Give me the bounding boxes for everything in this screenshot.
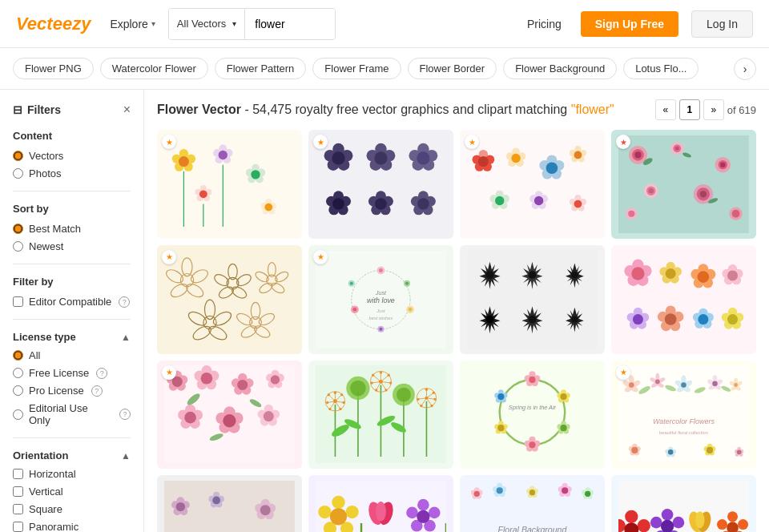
- signup-button[interactable]: Sign Up Free: [581, 11, 678, 37]
- svg-point-305: [340, 393, 343, 396]
- main-layout: ⊟ Filters × Content Vectors Photos Sort …: [0, 90, 769, 532]
- best-match-radio[interactable]: Best Match: [13, 223, 131, 235]
- grid-item[interactable]: [460, 245, 605, 354]
- editor-compatible-checkbox[interactable]: Editor Compatible ?: [13, 296, 131, 308]
- svg-point-443: [707, 447, 713, 453]
- grid-item[interactable]: Floral Background: [460, 475, 605, 532]
- explore-button[interactable]: Explore ▾: [110, 18, 155, 30]
- panoramic-checkbox[interactable]: Panoramic: [13, 521, 131, 532]
- svg-point-357: [529, 377, 535, 383]
- tag-pill[interactable]: Watercolor Flower: [100, 58, 208, 79]
- grid-item[interactable]: Just with love Just best wishes ★: [308, 245, 453, 354]
- svg-point-98: [495, 196, 504, 205]
- chevron-down-icon: ▾: [232, 19, 236, 28]
- photos-radio[interactable]: Photos: [13, 167, 131, 179]
- tag-pill[interactable]: Flower Border: [408, 58, 497, 79]
- tag-pill[interactable]: Flower PNG: [13, 58, 94, 79]
- help-icon[interactable]: ?: [96, 368, 107, 379]
- logo[interactable]: Vecteezy: [16, 14, 91, 34]
- svg-point-333: [372, 374, 374, 377]
- grid-item[interactable]: ★: [460, 130, 605, 239]
- grid-item[interactable]: Watercolor Flowers beautiful floral coll…: [611, 361, 756, 470]
- filter-by-title: Filter by: [13, 276, 131, 288]
- svg-point-317: [350, 381, 366, 397]
- tag-pill[interactable]: Flower Pattern: [215, 58, 307, 79]
- svg-point-582: [717, 519, 727, 530]
- grid-item[interactable]: ★: [157, 130, 302, 239]
- tag-pill[interactable]: Flower Background: [503, 58, 617, 79]
- svg-point-117: [675, 147, 679, 151]
- svg-point-484: [332, 496, 344, 509]
- vectors-radio[interactable]: Vectors: [13, 150, 131, 162]
- grid-item[interactable]: FLOWER BACKGROUND: [157, 475, 302, 532]
- grid-item[interactable]: [308, 475, 453, 532]
- grid-item[interactable]: [611, 245, 756, 354]
- svg-text:Spring is in the Air: Spring is in the Air: [509, 405, 557, 412]
- grid-item[interactable]: Spring is in the Air: [460, 361, 605, 470]
- next-page-button[interactable]: »: [703, 99, 724, 120]
- prev-page-button[interactable]: «: [655, 99, 676, 120]
- sort-section-title: Sort by: [13, 203, 131, 215]
- svg-point-29: [264, 203, 272, 211]
- help-icon[interactable]: ?: [119, 409, 131, 420]
- tag-arrow-next[interactable]: ›: [734, 58, 756, 80]
- svg-point-38: [332, 151, 344, 164]
- svg-point-173: [379, 327, 382, 330]
- login-button[interactable]: Log In: [691, 10, 753, 38]
- license-radio-group: All Free License ? Pro License ? Editori…: [13, 349, 131, 426]
- svg-point-243: [727, 314, 738, 324]
- pro-license-radio[interactable]: Pro License ?: [13, 385, 131, 397]
- svg-point-387: [497, 393, 504, 400]
- free-license-radio[interactable]: Free License ?: [13, 367, 131, 379]
- close-button[interactable]: ×: [123, 103, 131, 117]
- grid-item[interactable]: ★: [157, 245, 302, 354]
- newest-radio[interactable]: Newest: [13, 240, 131, 252]
- svg-point-225: [633, 314, 643, 324]
- editorial-license-radio[interactable]: Editorial Use Only ?: [13, 402, 131, 426]
- svg-point-136: [184, 281, 205, 300]
- search-type-select[interactable]: All Vectors ▾: [169, 9, 245, 39]
- svg-point-381: [497, 425, 504, 431]
- svg-point-413: [712, 381, 718, 387]
- help-icon[interactable]: ?: [91, 385, 103, 397]
- tag-bar: Flower PNGWatercolor FlowerFlower Patter…: [0, 48, 769, 90]
- sort-radio-group: Best Match Newest: [13, 223, 131, 252]
- search-input[interactable]: [245, 9, 336, 39]
- svg-point-343: [433, 398, 436, 401]
- svg-point-126: [700, 191, 707, 197]
- grid-item[interactable]: [308, 361, 453, 470]
- svg-point-309: [339, 408, 341, 410]
- svg-point-407: [681, 382, 686, 388]
- help-icon[interactable]: ?: [119, 296, 130, 308]
- svg-point-533: [585, 491, 590, 497]
- svg-point-363: [561, 393, 567, 400]
- grid-item[interactable]: ★: [157, 361, 302, 470]
- divider: [13, 319, 131, 320]
- svg-point-500: [417, 510, 429, 523]
- svg-point-568: [673, 517, 685, 529]
- vertical-checkbox[interactable]: Vertical: [13, 486, 131, 498]
- image-grid: ★ ★: [157, 130, 756, 532]
- svg-point-315: [328, 393, 330, 396]
- tag-pill[interactable]: Lotus Flo...: [623, 58, 699, 79]
- svg-text:Just: Just: [375, 289, 387, 296]
- svg-point-50: [417, 151, 429, 164]
- svg-point-262: [237, 380, 248, 390]
- svg-point-456: [176, 502, 185, 511]
- tag-pill[interactable]: Flower Frame: [312, 58, 401, 79]
- collapse-icon[interactable]: ▲: [121, 450, 131, 461]
- svg-point-68: [417, 198, 429, 210]
- svg-point-576: [695, 511, 704, 528]
- svg-text:Just: Just: [376, 308, 385, 313]
- collapse-icon[interactable]: ▲: [121, 332, 131, 343]
- horizontal-checkbox[interactable]: Horizontal: [13, 468, 131, 480]
- all-license-radio[interactable]: All: [13, 349, 131, 361]
- pricing-link[interactable]: Pricing: [527, 18, 562, 30]
- square-checkbox[interactable]: Square: [13, 503, 131, 515]
- grid-item[interactable]: ★: [308, 130, 453, 239]
- pro-star-badge: ★: [162, 365, 176, 380]
- current-page-button[interactable]: 1: [679, 99, 700, 120]
- grid-item[interactable]: ★: [611, 130, 756, 239]
- svg-point-449: [737, 450, 742, 455]
- grid-item[interactable]: [611, 475, 756, 532]
